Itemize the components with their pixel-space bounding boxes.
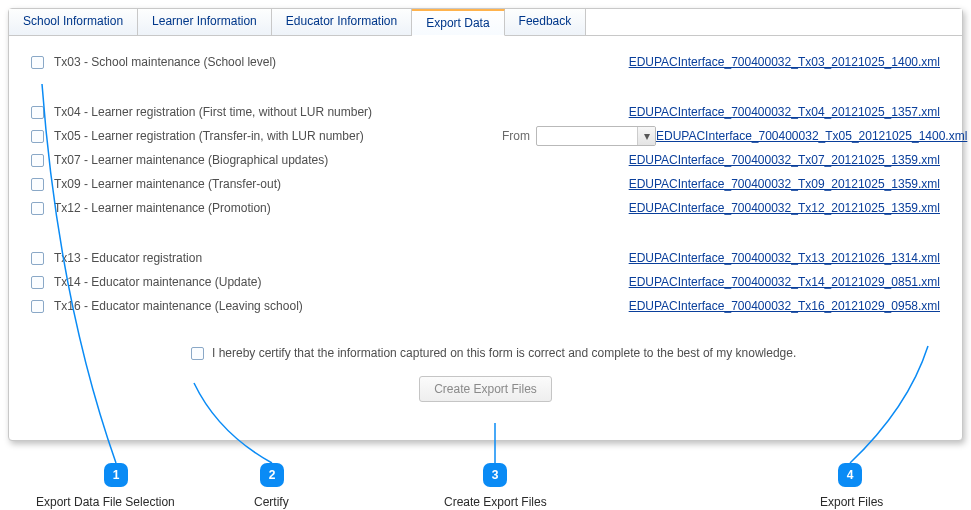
row-checkbox[interactable] [31, 252, 44, 265]
row-label: Tx13 - Educator registration [54, 251, 486, 265]
export-row: Tx09 - Learner maintenance (Transfer-out… [31, 172, 940, 196]
annotation-layer: 1 2 3 4 Export Data File Selection Certi… [8, 443, 963, 510]
export-row: Tx16 - Educator maintenance (Leaving sch… [31, 294, 940, 318]
export-row: Tx13 - Educator registrationEDUPACInterf… [31, 246, 940, 270]
row-label: Tx03 - School maintenance (School level) [54, 55, 486, 69]
annotation-bubble-4: 4 [838, 463, 862, 487]
export-panel: School InformationLearner InformationEdu… [8, 8, 963, 441]
row-checkbox[interactable] [31, 202, 44, 215]
row-checkbox[interactable] [31, 56, 44, 69]
from-label: From [486, 129, 536, 143]
annotation-label-3: Create Export Files [444, 495, 547, 509]
row-checkbox[interactable] [31, 300, 44, 313]
export-file-link[interactable]: EDUPACInterface_700400032_Tx05_20121025_… [656, 129, 967, 143]
export-content: Tx03 - School maintenance (School level)… [9, 36, 962, 410]
row-label: Tx07 - Learner maintenance (Biographical… [54, 153, 486, 167]
annotation-label-2: Certify [254, 495, 289, 509]
export-row: Tx07 - Learner maintenance (Biographical… [31, 148, 940, 172]
row-checkbox[interactable] [31, 276, 44, 289]
tab-school-information[interactable]: School Information [9, 9, 138, 35]
row-label: Tx04 - Learner registration (First time,… [54, 105, 486, 119]
annotation-bubble-2: 2 [260, 463, 284, 487]
export-row: Tx14 - Educator maintenance (Update)EDUP… [31, 270, 940, 294]
export-file-link[interactable]: EDUPACInterface_700400032_Tx12_20121025_… [629, 201, 940, 215]
row-label: Tx05 - Learner registration (Transfer-in… [54, 129, 486, 143]
row-label: Tx12 - Learner maintenance (Promotion) [54, 201, 486, 215]
certify-checkbox[interactable] [191, 347, 204, 360]
tab-educator-information[interactable]: Educator Information [272, 9, 412, 35]
export-file-link[interactable]: EDUPACInterface_700400032_Tx03_20121025_… [629, 55, 940, 69]
row-label: Tx16 - Educator maintenance (Leaving sch… [54, 299, 486, 313]
tab-learner-information[interactable]: Learner Information [138, 9, 272, 35]
annotation-bubble-3: 3 [483, 463, 507, 487]
annotation-label-4: Export Files [820, 495, 883, 509]
row-checkbox[interactable] [31, 130, 44, 143]
create-export-button[interactable]: Create Export Files [419, 376, 552, 402]
row-label: Tx14 - Educator maintenance (Update) [54, 275, 486, 289]
annotation-label-1: Export Data File Selection [36, 495, 175, 509]
export-row: Tx04 - Learner registration (First time,… [31, 100, 940, 124]
row-label: Tx09 - Learner maintenance (Transfer-out… [54, 177, 486, 191]
row-checkbox[interactable] [31, 154, 44, 167]
row-checkbox[interactable] [31, 178, 44, 191]
export-row: Tx12 - Learner maintenance (Promotion)ED… [31, 196, 940, 220]
tab-export-data[interactable]: Export Data [412, 9, 504, 36]
export-row: Tx05 - Learner registration (Transfer-in… [31, 124, 940, 148]
export-file-link[interactable]: EDUPACInterface_700400032_Tx07_20121025_… [629, 153, 940, 167]
export-file-link[interactable]: EDUPACInterface_700400032_Tx16_20121029_… [629, 299, 940, 313]
certify-text: I hereby certify that the information ca… [212, 346, 796, 360]
export-row: Tx03 - School maintenance (School level)… [31, 50, 940, 74]
annotation-bubble-1: 1 [104, 463, 128, 487]
row-checkbox[interactable] [31, 106, 44, 119]
button-row: Create Export Files [31, 376, 940, 402]
tab-bar: School InformationLearner InformationEdu… [9, 9, 962, 36]
tab-feedback[interactable]: Feedback [505, 9, 587, 35]
export-file-link[interactable]: EDUPACInterface_700400032_Tx04_20121025_… [629, 105, 940, 119]
chevron-down-icon: ▾ [637, 127, 655, 145]
export-file-link[interactable]: EDUPACInterface_700400032_Tx13_20121026_… [629, 251, 940, 265]
from-dropdown[interactable]: ▾ [536, 126, 656, 146]
certify-row: I hereby certify that the information ca… [191, 346, 940, 360]
export-file-link[interactable]: EDUPACInterface_700400032_Tx14_20121029_… [629, 275, 940, 289]
export-file-link[interactable]: EDUPACInterface_700400032_Tx09_20121025_… [629, 177, 940, 191]
